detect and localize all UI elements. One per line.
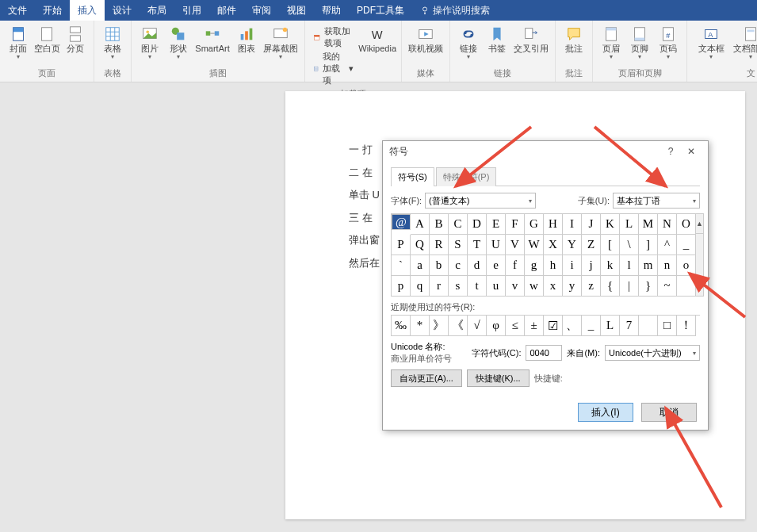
symbol-cell[interactable]: S bbox=[449, 235, 468, 255]
symbol-cell[interactable]: ` bbox=[392, 255, 411, 276]
smartart-button[interactable]: SmartArt bbox=[193, 24, 231, 62]
menu-mailings[interactable]: 邮件 bbox=[209, 0, 244, 21]
recent-symbol-cell[interactable]: □ bbox=[658, 316, 677, 336]
recent-symbol-cell[interactable]: _ bbox=[582, 316, 601, 336]
scroll-down-button[interactable]: ▼ bbox=[696, 276, 704, 297]
pictures-button[interactable]: 图片▾ bbox=[136, 24, 163, 62]
symbol-cell[interactable]: m bbox=[639, 255, 658, 276]
symbol-cell[interactable]: q bbox=[411, 276, 430, 297]
cover-page-button[interactable]: 封面▾ bbox=[5, 24, 32, 62]
symbol-cell[interactable]: K bbox=[601, 214, 620, 235]
close-button[interactable]: ✕ bbox=[681, 146, 702, 157]
symbol-cell[interactable]: o bbox=[677, 255, 696, 276]
menu-view[interactable]: 视图 bbox=[279, 0, 314, 21]
symbol-cell[interactable]: | bbox=[620, 276, 639, 297]
symbol-cell[interactable]: g bbox=[525, 255, 544, 276]
symbol-cell[interactable]: c bbox=[449, 255, 468, 276]
menu-file[interactable]: 文件 bbox=[0, 0, 35, 21]
symbol-cell[interactable]: b bbox=[430, 255, 449, 276]
symbol-cell[interactable]: ] bbox=[639, 235, 658, 255]
menu-review[interactable]: 审阅 bbox=[244, 0, 279, 21]
symbol-cell[interactable]: H bbox=[544, 214, 563, 235]
symbol-cell[interactable]: N bbox=[658, 214, 677, 235]
symbol-cell[interactable]: D bbox=[468, 214, 487, 235]
symbol-cell[interactable]: ^ bbox=[658, 235, 677, 255]
bookmark-button[interactable]: 书签 bbox=[484, 24, 510, 62]
symbol-cell[interactable] bbox=[677, 276, 696, 297]
xref-button[interactable]: 交叉引用 bbox=[512, 24, 550, 62]
symbol-cell[interactable]: Z bbox=[582, 235, 601, 255]
symbol-cell[interactable]: V bbox=[506, 235, 525, 255]
recent-symbol-cell[interactable] bbox=[639, 316, 658, 336]
menu-design[interactable]: 设计 bbox=[105, 0, 140, 21]
pagenum-button[interactable]: #页码▾ bbox=[655, 24, 682, 62]
recent-symbol-cell[interactable]: ± bbox=[525, 316, 544, 336]
symbol-cell[interactable]: u bbox=[487, 276, 506, 297]
symbol-cell[interactable]: _ bbox=[677, 235, 696, 255]
screenshot-button[interactable]: 屏幕截图▾ bbox=[262, 24, 300, 62]
blank-page-button[interactable]: 空白页 bbox=[33, 24, 60, 62]
menu-references[interactable]: 引用 bbox=[174, 0, 209, 21]
recent-symbol-cell[interactable]: ‰ bbox=[392, 316, 411, 336]
symbol-cell[interactable]: z bbox=[582, 276, 601, 297]
symbol-cell[interactable]: U bbox=[487, 235, 506, 255]
symbol-cell[interactable]: M bbox=[639, 214, 658, 235]
menu-insert[interactable]: 插入 bbox=[70, 0, 105, 21]
wikipedia-button[interactable]: WWikipedia bbox=[358, 24, 396, 88]
symbol-cell[interactable]: B bbox=[430, 214, 449, 235]
symbol-cell[interactable]: A bbox=[411, 214, 430, 235]
quickparts-button[interactable]: 文档部件▾ bbox=[732, 24, 757, 62]
tab-symbols[interactable]: 符号(S) bbox=[391, 167, 434, 186]
header-button[interactable]: 页眉▾ bbox=[598, 24, 625, 62]
symbol-cell[interactable]: e bbox=[487, 255, 506, 276]
symbol-cell[interactable]: X bbox=[544, 235, 563, 255]
symbol-cell[interactable]: W bbox=[525, 235, 544, 255]
symbol-cell[interactable]: t bbox=[468, 276, 487, 297]
tell-me-search[interactable]: 操作说明搜索 bbox=[420, 4, 490, 17]
comment-button[interactable]: 批注 bbox=[560, 24, 587, 55]
symbol-cell[interactable]: d bbox=[468, 255, 487, 276]
recent-symbol-cell[interactable]: 7 bbox=[620, 316, 639, 336]
symbol-cell[interactable]: I bbox=[563, 214, 582, 235]
symbol-cell[interactable]: h bbox=[544, 255, 563, 276]
symbol-cell[interactable]: Q bbox=[411, 235, 430, 255]
menu-home[interactable]: 开始 bbox=[35, 0, 70, 21]
symbol-cell[interactable]: F bbox=[506, 214, 525, 235]
symbol-cell[interactable]: i bbox=[563, 255, 582, 276]
symbol-cell[interactable]: w bbox=[525, 276, 544, 297]
symbol-cell[interactable]: } bbox=[639, 276, 658, 297]
symbol-cell[interactable]: E bbox=[487, 214, 506, 235]
symbol-cell[interactable]: G bbox=[525, 214, 544, 235]
symbol-cell[interactable]: { bbox=[601, 276, 620, 297]
symbol-cell[interactable]: T bbox=[468, 235, 487, 255]
menu-help[interactable]: 帮助 bbox=[314, 0, 349, 21]
online-video-button[interactable]: 联机视频 bbox=[407, 24, 445, 55]
symbol-cell[interactable]: \ bbox=[620, 235, 639, 255]
subset-select[interactable]: 基本拉丁语▾ bbox=[613, 193, 700, 209]
get-addins-button[interactable]: 获取加载项 bbox=[313, 25, 354, 49]
page-break-button[interactable]: 分页 bbox=[62, 24, 89, 62]
symbol-cell[interactable]: r bbox=[430, 276, 449, 297]
footer-button[interactable]: 页脚▾ bbox=[626, 24, 653, 62]
from-select[interactable]: Unicode(十六进制)▾ bbox=[605, 345, 700, 361]
link-button[interactable]: 链接▾ bbox=[455, 24, 482, 62]
recent-symbol-cell[interactable]: * bbox=[411, 316, 430, 336]
symbol-cell[interactable]: R bbox=[430, 235, 449, 255]
symbol-cell[interactable]: @ bbox=[392, 214, 411, 230]
symbol-cell[interactable]: L bbox=[620, 214, 639, 235]
symbol-cell[interactable]: [ bbox=[601, 235, 620, 255]
symbol-cell[interactable]: n bbox=[658, 255, 677, 276]
symbol-cell[interactable]: O bbox=[677, 214, 696, 235]
recent-symbol-cell[interactable]: 》 bbox=[430, 316, 449, 336]
symbol-cell[interactable]: J bbox=[582, 214, 601, 235]
symbol-cell[interactable]: P bbox=[392, 235, 411, 255]
symbol-cell[interactable]: k bbox=[601, 255, 620, 276]
scrollbar-track[interactable] bbox=[696, 234, 704, 276]
chart-button[interactable]: 图表 bbox=[233, 24, 260, 62]
shapes-button[interactable]: 形状▾ bbox=[165, 24, 192, 62]
menu-pdf[interactable]: PDF工具集 bbox=[349, 0, 412, 21]
autocorrect-button[interactable]: 自动更正(A)... bbox=[391, 369, 462, 387]
help-button[interactable]: ? bbox=[660, 146, 681, 157]
recent-symbol-cell[interactable]: ≤ bbox=[506, 316, 525, 336]
recent-symbol-cell[interactable]: ☑ bbox=[544, 316, 563, 336]
